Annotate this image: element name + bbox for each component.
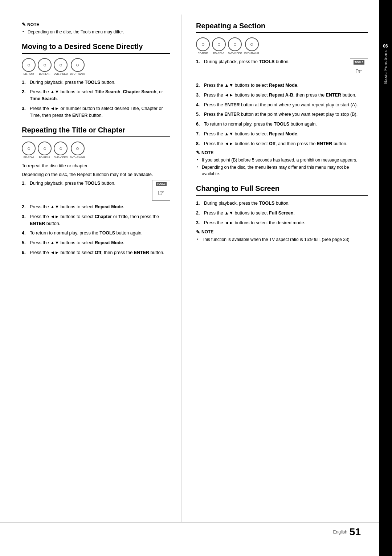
disc2-dvd-rw: DVD+RW/±R — [70, 142, 85, 159]
page-container: ✎ NOTE Depending on the disc, the Tools … — [0, 0, 392, 556]
chapter-number: 06 — [383, 44, 388, 49]
step3-6: To return to normal play, press the TOOL… — [196, 121, 368, 128]
note-icon-3: ✎ — [196, 150, 200, 155]
step2-6: Press the ◄► buttons to select Off, then… — [22, 249, 170, 256]
section-moving: Moving to a Desired Scene Directly BD-RO… — [22, 42, 170, 119]
step4-2: Press the ▲▼ buttons to select Full Scre… — [196, 210, 368, 217]
disc2-dvd-video: DVD-VIDEO — [54, 142, 68, 159]
section1-steps: During playback, press the TOOLS button.… — [22, 79, 170, 119]
step2-2: Press the ▲▼ buttons to select Repeat Mo… — [22, 204, 170, 210]
step2-3: Press the ◄► buttons to select Chapter o… — [22, 213, 170, 227]
step1-2: Press the ▲▼ buttons to select Title Sea… — [22, 89, 170, 102]
step3-7: Press the ▲▼ buttons to select Repeat Mo… — [196, 131, 368, 138]
step4-1: During playback, press the TOOLS button. — [196, 200, 368, 207]
disc-dvd-video: DVD-VIDEO — [54, 58, 68, 75]
step3-2: Press the ▲▼ buttons to select Repeat Mo… — [196, 82, 368, 89]
footer-page-number: 51 — [350, 526, 361, 538]
chapter-side-tab: 06 Basic Functions — [379, 0, 392, 556]
disc-dvd-rw: DVD+RW/±R — [70, 58, 85, 75]
section3-note: ✎ NOTE If you set point (B) before 5 sec… — [196, 150, 368, 177]
page-footer: English 51 — [0, 522, 379, 541]
disc-bd-rom: BD-ROM — [22, 58, 36, 75]
note-icon: ✎ — [22, 22, 26, 27]
tools-icon-section2: TOOLS ☞ — [152, 180, 170, 201]
step2-1: During playback, press the TOOLS button.… — [22, 180, 170, 201]
section-fullscreen-title: Changing to Full Screen — [196, 184, 368, 196]
section2-intro-1: To repeat the disc title or chapter. — [22, 163, 170, 169]
step3-4: Press the ENTER button at the point wher… — [196, 102, 368, 109]
section2-disc-icons: BD-ROM BD-RE/-R DVD-VIDEO DVD+RW/±R — [22, 142, 170, 159]
section-fullscreen: Changing to Full Screen During playback,… — [196, 184, 368, 242]
disc3-dvd-rw: DVD+RW/±R — [244, 37, 259, 55]
right-column: Repeating a Section BD-ROM BD-RE/-R D — [181, 15, 379, 522]
disc2-bd-rom: BD-ROM — [22, 142, 36, 159]
note-icon-4: ✎ — [196, 229, 200, 235]
section4-note-label: ✎ NOTE — [196, 229, 368, 235]
step1-3: Press the ◄► or number button to select … — [22, 105, 170, 119]
disc3-bd-rom: BD-ROM — [196, 37, 210, 55]
section3-note-label: ✎ NOTE — [196, 150, 368, 155]
section-repeating-heading: Repeating a Section — [196, 22, 368, 33]
left-column: ✎ NOTE Depending on the disc, the Tools … — [0, 15, 181, 522]
section3-note-item-1: If you set point (B) before 5 seconds ha… — [196, 157, 368, 163]
section2-steps: During playback, press the TOOLS button.… — [22, 180, 170, 256]
step1-1: During playback, press the TOOLS button. — [22, 79, 170, 86]
step3-8: Press the ◄► buttons to select Off, and … — [196, 140, 368, 147]
section-moving-title: Moving to a Desired Scene Directly — [22, 42, 170, 54]
step3-1: During playback, press the TOOLS button.… — [196, 58, 368, 79]
section3-steps: During playback, press the TOOLS button.… — [196, 58, 368, 147]
section3-disc-icons: BD-ROM BD-RE/-R DVD-VIDEO DVD+RW/±R — [196, 37, 368, 55]
footer-language: English — [333, 530, 347, 535]
main-content: ✎ NOTE Depending on the disc, the Tools … — [0, 0, 379, 556]
section-repeating-section: Repeating a Section BD-ROM BD-RE/-R D — [196, 22, 368, 177]
step2-4: To return to normal play, press the TOOL… — [22, 230, 170, 237]
top-note: ✎ NOTE Depending on the disc, the Tools … — [22, 22, 170, 35]
section4-steps: During playback, press the TOOLS button.… — [196, 200, 368, 226]
step3-3: Press the ◄► buttons to select Repeat A-… — [196, 92, 368, 99]
chapter-title: Basic Functions — [383, 50, 388, 84]
section2-intro-2: Depending on the disc, the Repeat functi… — [22, 171, 170, 178]
section-repeating-title: Repeating the Title or Chapter BD-ROM BD… — [22, 126, 170, 256]
note-label: ✎ NOTE — [22, 22, 170, 27]
disc3-dvd-video: DVD-VIDEO — [228, 37, 242, 55]
step4-3: Press the ◄► buttons to select the desir… — [196, 220, 368, 226]
section3-note-item-2: Depending on the disc, the menu items ma… — [196, 164, 368, 177]
disc2-bd-re-r: BD-RE/-R — [38, 142, 52, 159]
step2-5: Press the ▲▼ buttons to select Repeat Mo… — [22, 240, 170, 246]
section4-note: ✎ NOTE This function is available when t… — [196, 229, 368, 243]
tools-icon-section3: TOOLS ☞ — [350, 58, 368, 79]
section-repeating-title-heading: Repeating the Title or Chapter — [22, 126, 170, 137]
note-item-1: Depending on the disc, the Tools menu ma… — [22, 29, 170, 35]
two-column-layout: ✎ NOTE Depending on the disc, the Tools … — [0, 15, 379, 522]
step3-5: Press the ENTER button at the point wher… — [196, 111, 368, 118]
disc3-bd-re-r: BD-RE/-R — [212, 37, 226, 55]
section1-disc-icons: BD-ROM BD-RE/-R DVD-VIDEO DVD+RW/±R — [22, 58, 170, 75]
section4-note-item-1: This function is available when the TV a… — [196, 236, 368, 243]
disc-bd-re-r: BD-RE/-R — [38, 58, 52, 75]
